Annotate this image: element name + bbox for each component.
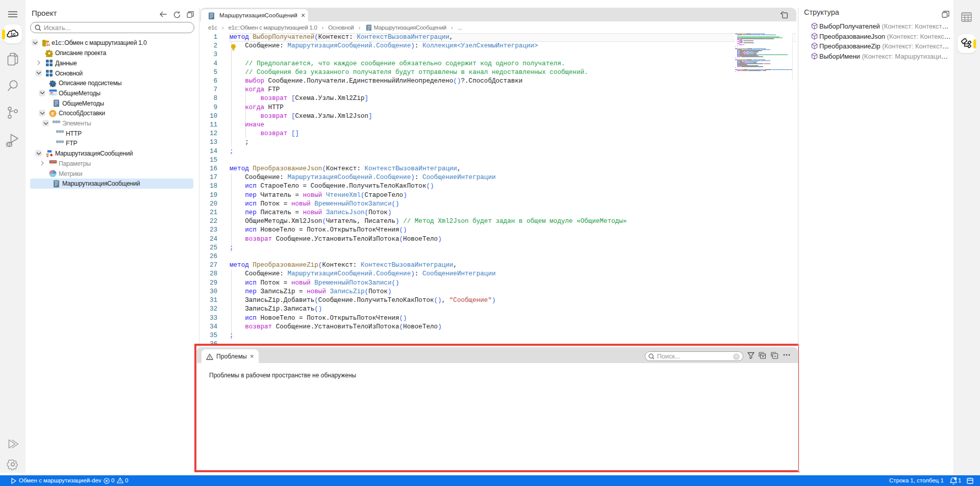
svg-text:1с: 1с [10, 32, 15, 37]
svg-text:1с: 1с [46, 42, 50, 47]
svg-text:E: E [52, 111, 55, 116]
